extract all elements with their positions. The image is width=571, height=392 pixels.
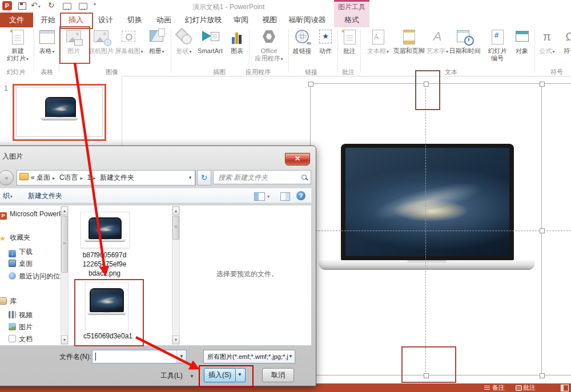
sidebar-item-documents[interactable]: 文档 [9, 334, 33, 344]
breadcrumb-new-folder[interactable]: 新建文件夹 [100, 173, 134, 181]
ribbon-button-table[interactable]: 表格 [35, 29, 58, 55]
tab-foxit-reader[interactable]: 福昕阅读器 [286, 13, 329, 27]
ribbon-button-action[interactable]: ★ 动作 [315, 29, 336, 55]
tab-format[interactable]: 格式 [334, 13, 369, 27]
file-item-1-thumbnail[interactable] [81, 212, 130, 248]
tab-slideshow[interactable]: 幻灯片放映 [180, 13, 227, 27]
sidebar-item-desktop[interactable]: 桌面 [9, 259, 33, 269]
sidebar-item-downloads[interactable]: ↓下载 [9, 247, 33, 257]
ribbon-button-chart[interactable]: 图表 [226, 29, 248, 55]
qat-customize-icon[interactable] [93, 1, 96, 7]
file-item-1-name[interactable]: b87f9005697d 12265475ef9e bdac2.png [70, 250, 139, 278]
sidebar-scrollbar[interactable]: ▲ ▼ [61, 206, 69, 345]
ribbon-button-wordart[interactable]: A 艺术字 [426, 29, 449, 55]
online-pictures-icon [92, 29, 110, 46]
views-icon[interactable] [254, 192, 265, 201]
sidebar-item-libraries[interactable]: 库 [0, 297, 17, 306]
smartart-icon [201, 29, 219, 46]
tab-transitions[interactable]: 切换 [122, 13, 147, 27]
tab-design[interactable]: 设计 [93, 13, 118, 27]
search-input[interactable]: 搜索 新建文件夹 [213, 170, 311, 184]
ribbon-button-shapes[interactable]: 形状 [173, 29, 195, 55]
new-folder-button[interactable]: 新建文件夹 [28, 191, 62, 201]
breadcrumb-dropdown-icon[interactable]: ▾ [186, 170, 195, 185]
screenshot-icon [120, 29, 138, 46]
filename-input[interactable]: ▼ [92, 350, 187, 363]
sidebar-scrollbar-thumb[interactable] [61, 216, 68, 273]
save-icon[interactable] [18, 2, 26, 10]
ribbon-button-screenshot[interactable]: 屏幕截图 [115, 29, 143, 55]
sidebar-item-pictures[interactable]: 图片 [9, 322, 33, 332]
refresh-icon[interactable]: ↻ [197, 170, 211, 185]
action-icon: ★ [316, 29, 335, 46]
ribbon-button-online-pictures[interactable]: 联机图片 [87, 29, 115, 55]
ribbon-button-object[interactable]: 对象 [512, 29, 532, 55]
tab-view[interactable]: 视图 [257, 13, 282, 27]
pictures-icon [9, 323, 16, 330]
slide-laptop-image[interactable] [341, 144, 514, 260]
ribbon-button-smartart[interactable]: SmartArt [195, 29, 226, 55]
tab-home[interactable]: 开始 [35, 13, 61, 27]
breadcrumb-c-language[interactable]: C语言 [59, 173, 78, 181]
notes-toggle[interactable]: 备注 [492, 384, 505, 391]
handle-bottom-right[interactable] [540, 373, 545, 378]
handle-top-right[interactable] [540, 82, 545, 87]
file-2-laptop-image [90, 288, 124, 312]
comments-icon [516, 385, 522, 391]
sidebar-scroll-up-icon[interactable]: ▲ [61, 207, 68, 215]
ribbon-button-comment[interactable]: ✷ 批注 [339, 29, 360, 55]
file-list-scroll-up-icon[interactable]: ▲ [172, 207, 179, 215]
close-icon[interactable]: ✕ [285, 153, 310, 165]
sidebar-item-microsoft-powerpoint[interactable]: PMicrosoft PowerP [0, 210, 63, 220]
views-dropdown-icon[interactable] [267, 192, 270, 200]
help-icon[interactable]: ? [296, 191, 305, 200]
sidebar-item-recent-places[interactable]: 最近访问的位置 [9, 272, 67, 281]
breadcrumb[interactable]: « 桌面▸ C语言▸ 1▸ 新建文件夹 [17, 170, 196, 185]
ribbon-button-date-time[interactable]: 日期和时间 [449, 29, 481, 55]
file-list-scrollbar[interactable]: ▲ ▼ [172, 206, 180, 345]
cancel-button[interactable]: 取消 [262, 368, 294, 382]
ribbon-button-photo-album[interactable]: 相册 [144, 29, 168, 55]
ribbon-button-hyperlink[interactable]: ∞ 超链接 [290, 29, 314, 55]
undo-icon[interactable]: ↶ [31, 1, 41, 10]
sidebar-item-videos[interactable]: 视频 [9, 310, 33, 320]
back-icon[interactable]: ◂ [0, 170, 14, 185]
group-label-slides: 幻灯片 [0, 68, 32, 75]
ribbon-button-header-footer[interactable]: 页眉和页脚 [392, 29, 426, 55]
tab-review[interactable]: 审阅 [228, 13, 254, 27]
preview-pane-icon[interactable] [280, 192, 290, 201]
file-item-2-thumbnail[interactable] [85, 282, 128, 333]
ribbon-button-symbol[interactable]: Ω 符号 [558, 29, 571, 55]
shapes-icon [175, 29, 193, 46]
file-list-scrollbar-thumb[interactable] [172, 216, 179, 240]
file-item-2-name[interactable]: c516069d3e0a1 [74, 332, 142, 341]
handle-top-left[interactable] [308, 82, 313, 87]
slide-number-label: 1 [4, 84, 8, 92]
comments-toggle[interactable]: 批注 [523, 384, 536, 391]
tab-file[interactable]: 文件 [0, 13, 33, 27]
breadcrumb-desktop[interactable]: 桌面 [37, 173, 50, 181]
sidebar-item-favorites[interactable]: ★收藏夹 [0, 233, 30, 243]
handle-middle-right[interactable] [540, 228, 545, 233]
ribbon-button-textbox[interactable]: A 文本框 [364, 29, 392, 55]
text-caret [95, 353, 96, 361]
ribbon-button-office-apps[interactable]: Office 应用程序 [251, 29, 287, 63]
tab-animations[interactable]: 动画 [151, 13, 176, 27]
normal-view-icon[interactable] [561, 385, 569, 391]
tools-menu[interactable]: 工具(L) [160, 371, 193, 381]
start-slideshow-icon[interactable] [63, 3, 71, 10]
file-type-filter[interactable]: 所有图片(*.emf;*.wmf;*.jpg;*.j ▼ [203, 350, 295, 363]
ribbon-button-new-slide[interactable]: ✷ 新建 幻灯片 [2, 29, 33, 63]
slideshow-from-current-icon[interactable] [79, 3, 87, 10]
sidebar-scroll-down-icon[interactable]: ▼ [61, 336, 68, 344]
office-apps-icon [260, 29, 278, 46]
top-placeholder-outline [415, 70, 440, 110]
organize-menu[interactable]: 织 [3, 191, 13, 201]
ribbon-button-equation[interactable]: π 公式 [537, 29, 557, 55]
photo-album-icon [147, 29, 166, 46]
filename-dropdown-icon[interactable]: ▼ [176, 350, 186, 363]
file-list-scroll-down-icon[interactable]: ▼ [172, 336, 179, 344]
ribbon-button-slide-number[interactable]: # 幻灯片 编号 [483, 29, 512, 62]
group-label-apps: 应用程序 [240, 68, 276, 75]
redo-icon[interactable]: ↻ [48, 1, 55, 10]
